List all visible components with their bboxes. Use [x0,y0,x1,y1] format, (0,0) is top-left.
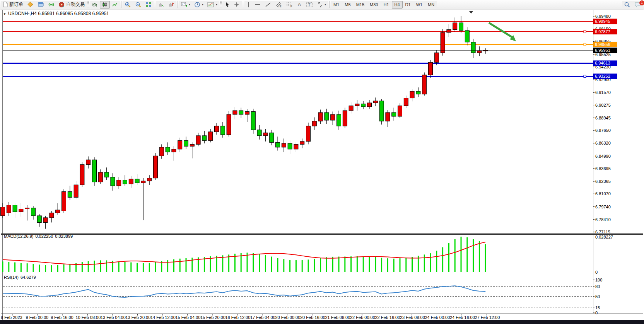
macd-histogram-bar [130,263,132,272]
line-chart-icon [112,2,118,8]
price-axis-label: 6.86320 [595,141,611,145]
tf-button-M5[interactable]: M5 [342,1,353,9]
candle-body [25,208,29,209]
time-axis-label: 15 Feb 04:00 [176,315,201,320]
macd-histogram-bar [332,257,333,272]
tf-button-D1[interactable]: D1 [403,1,413,9]
chevron-down-icon: ▾ [216,3,217,6]
macd-histogram-bar [186,258,187,272]
tf-button-W1[interactable]: W1 [413,1,425,9]
candle-body [172,149,176,152]
time-axis-label: 9 Feb 16:00 [51,315,73,320]
period-clock-icon [194,2,200,8]
new-order-button[interactable]: 新订单 [1,1,25,9]
macd-histogram-bar [106,260,107,272]
candle-body [276,142,280,147]
notifications-button[interactable]: 1 [632,1,643,9]
fibonacci-icon: F [286,2,293,8]
tf-button-H1[interactable]: H1 [381,1,391,9]
tf-button-H4[interactable]: H4 [392,1,403,9]
time-axis-label: 10 Feb 08:00 [76,315,101,320]
tf-button-M30[interactable]: M30 [367,1,381,9]
period-button[interactable]: ▾ [192,1,205,9]
candle-body [1,207,5,216]
time-axis-label: 13 Feb 20:00 [126,315,151,320]
auto-scroll-button[interactable] [156,1,166,9]
text-tool-button[interactable]: A [295,1,304,9]
tf-button-M1[interactable]: M1 [331,1,342,9]
shapes-tool-button[interactable]: ▾ [315,1,328,9]
candle-body [141,181,145,183]
candle-body [453,23,457,29]
price-tag-text: 6.98945 [595,19,610,24]
auto-trading-button[interactable]: 自动交易 [56,1,87,9]
candle-body [196,136,200,144]
zoom-out-button[interactable] [133,1,143,9]
rsi-indicator-label: RSI(14)64.6279 [4,275,36,280]
time-axis-label: 15 Feb 20:00 [200,315,225,320]
tf-button-MN[interactable]: MN [425,1,437,9]
collapse-triangle-icon[interactable]: ▼ [3,12,6,16]
text-label-tool-button[interactable]: T [304,1,315,9]
macd-histogram-bar [308,259,309,272]
candle-body [312,121,316,126]
price-chart-canvas[interactable]: 6.994806.981506.968556.955256.942306.929… [0,10,644,320]
chart-title-text: USDCNH-,H4 6.95931 6.96085 6.95808 6.959… [8,11,109,16]
tile-windows-button[interactable] [143,1,154,9]
price-axis-label: 6.91570 [595,90,611,95]
candle-body [471,42,475,53]
candle-body [343,111,347,126]
candle-body [410,91,414,98]
vline-tool-button[interactable] [244,1,252,9]
macd-histogram-bar [82,262,83,272]
signal-icon [48,2,55,8]
chart-shift-button[interactable] [166,1,176,9]
candle-body [68,192,72,198]
tf-button-M15[interactable]: M15 [354,1,367,9]
charts-button[interactable] [25,1,36,9]
line-handle [584,31,586,33]
channel-icon: E [275,2,282,8]
taskbar-strip [0,320,644,324]
channel-tool-button[interactable]: E [273,1,284,9]
macd-histogram-bar [27,263,28,272]
candle-body [80,165,84,185]
macd-histogram-bar [326,257,327,272]
macd-histogram-bar [375,257,376,272]
trendline-icon [265,2,271,8]
candlestick-type-button[interactable] [100,1,110,9]
chart-shift-icon [168,2,174,8]
price-tag-text: 6.96556 [595,42,610,47]
macd-histogram-bar [45,265,46,272]
candle-body [477,51,482,53]
add-indicator-button[interactable]: ▾ [179,1,192,9]
macd-histogram-bar [289,260,290,272]
macd-histogram-bar [296,260,297,272]
bar-chart-type-button[interactable] [90,1,100,9]
market-watch-button[interactable] [36,1,46,9]
time-axis-label: 20 Feb 16:00 [300,315,325,320]
candle-body [355,104,359,106]
candle-body [294,144,298,149]
search-button[interactable] [622,1,632,9]
line-chart-type-button[interactable] [110,1,120,9]
price-axis-label: 6.99480 [595,14,611,19]
candle-body [37,216,41,222]
template-button[interactable]: ▾ [205,1,219,9]
candle-body [135,179,139,183]
chart-header[interactable]: ▼USDCNH-,H4 6.95931 6.96085 6.95808 6.95… [3,11,109,16]
rsi-value: 64.6279 [20,275,36,280]
auto-trading-label: 自动交易 [66,1,85,8]
macd-histogram-bar [63,264,65,272]
macd-histogram-bar [155,262,156,272]
macd-histogram-bar [314,259,315,272]
signal-button[interactable] [46,1,56,9]
trendline-tool-button[interactable] [263,1,273,9]
crosshair-tool-button[interactable] [232,1,242,9]
hline-tool-button[interactable] [252,1,263,9]
svg-text:E: E [280,5,282,8]
macd-histogram-bar [363,256,364,272]
fibonacci-tool-button[interactable]: F [284,1,295,9]
zoom-in-button[interactable] [123,1,133,9]
cursor-tool-button[interactable] [222,1,232,9]
